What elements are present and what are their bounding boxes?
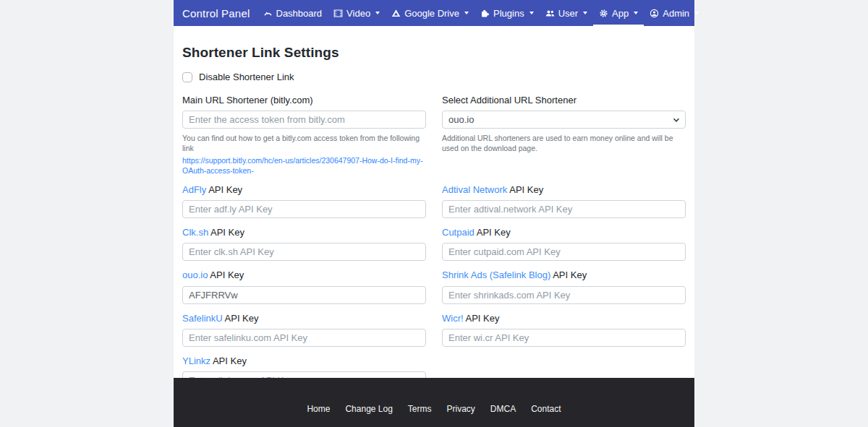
bitly-help-link[interactable]: https://support.bitly.com/hc/en-us/artic… <box>182 155 426 176</box>
ouo-label: ouo.io API Key <box>182 269 426 281</box>
wicr-link[interactable]: Wicr! <box>442 313 464 324</box>
adtival-label: Adtival Network API Key <box>442 184 686 196</box>
footer-link-terms[interactable]: Terms <box>408 404 432 414</box>
ouo-link[interactable]: ouo.io <box>182 269 208 280</box>
clksh-api-key-input[interactable] <box>182 243 426 261</box>
chevron-down-icon <box>375 12 380 14</box>
disable-shortener-row: Disable Shortener Link <box>182 72 686 82</box>
nav-right: Admin <box>644 0 705 26</box>
label-suffix: API Key <box>210 227 244 238</box>
puzzle-icon <box>480 9 490 18</box>
label-suffix: API Key <box>553 269 587 280</box>
field-shrinkads: Shrink Ads (Safelink Blog) API Key <box>442 269 686 303</box>
nav-item-video[interactable]: Video <box>328 0 386 26</box>
shrinkads-label: Shrink Ads (Safelink Blog) API Key <box>442 269 686 281</box>
field-adfly: AdFly API Key <box>182 184 426 218</box>
clksh-label: Clk.sh API Key <box>182 227 426 238</box>
app-window: Control Panel Dashboard Video <box>174 0 694 427</box>
bitly-help-text: You can find out how to get a bitly.com … <box>182 133 426 153</box>
person-circle-icon <box>650 9 659 18</box>
field-wicr: Wicr! API Key <box>442 313 686 347</box>
footer-link-dmca[interactable]: DMCA <box>490 404 516 414</box>
chevron-down-icon <box>634 12 638 14</box>
users-icon <box>545 9 555 18</box>
footer-link-changelog[interactable]: Change Log <box>345 404 392 414</box>
nav-label: User <box>558 8 578 19</box>
cutpaid-link[interactable]: Cutpaid <box>442 227 475 238</box>
label-suffix: API Key <box>225 313 259 324</box>
nav-label: App <box>612 8 629 19</box>
field-safelinku: SafelinkU API Key <box>182 313 426 347</box>
disable-shortener-checkbox[interactable] <box>182 72 192 82</box>
label-suffix: API Key <box>213 355 247 366</box>
label-suffix: API Key <box>210 269 244 280</box>
nav-label: Dashboard <box>276 8 323 19</box>
ylinkz-label: YLinkz API Key <box>182 355 426 367</box>
adtival-api-key-input[interactable] <box>442 200 686 218</box>
footer-link-contact[interactable]: Contact <box>531 404 561 414</box>
footer-link-privacy[interactable]: Privacy <box>447 404 475 414</box>
safelinku-api-key-input[interactable] <box>182 329 426 347</box>
cutpaid-api-key-input[interactable] <box>442 243 686 261</box>
ouo-api-key-input[interactable] <box>182 286 426 304</box>
wicr-label: Wicr! API Key <box>442 313 686 324</box>
adfly-link[interactable]: AdFly <box>182 184 206 195</box>
adfly-label: AdFly API Key <box>182 184 426 196</box>
ylinkz-api-key-input[interactable] <box>182 371 426 378</box>
nav-item-admin[interactable]: Admin <box>644 0 705 26</box>
nav-item-app[interactable]: App <box>593 0 644 26</box>
google-drive-icon <box>391 9 401 18</box>
additional-shortener-select-wrap: ouo.io <box>442 111 686 129</box>
additional-shortener-help-text: Additional URL shorteners are used to ea… <box>442 133 686 153</box>
field-adtival: Adtival Network API Key <box>442 184 686 218</box>
footer-link-home[interactable]: Home <box>307 404 330 414</box>
safelinku-label: SafelinkU API Key <box>182 313 426 324</box>
additional-shortener-select[interactable]: ouo.io <box>442 111 686 129</box>
main-nav: Dashboard Video Google Drive <box>258 0 644 26</box>
adtival-link[interactable]: Adtival Network <box>442 184 507 195</box>
shrinkads-api-key-input[interactable] <box>442 286 686 304</box>
nav-label: Plugins <box>493 8 524 19</box>
nav-item-dashboard[interactable]: Dashboard <box>258 0 328 26</box>
top-navbar: Control Panel Dashboard Video <box>174 0 694 26</box>
chevron-down-icon <box>464 12 469 14</box>
page-title: Shortener Link Settings <box>182 45 686 61</box>
safelinku-link[interactable]: SafelinkU <box>182 313 223 324</box>
ylinkz-link[interactable]: YLinkz <box>182 355 210 366</box>
label-suffix: API Key <box>477 227 511 238</box>
main-content: Shortener Link Settings Disable Shortene… <box>174 26 694 378</box>
chevron-down-icon <box>583 12 587 14</box>
nav-item-google-drive[interactable]: Google Drive <box>386 0 475 26</box>
field-cutpaid: Cutpaid API Key <box>442 227 686 261</box>
disable-shortener-label: Disable Shortener Link <box>199 72 294 82</box>
brand-control-panel[interactable]: Control Panel <box>182 7 250 20</box>
field-clksh: Clk.sh API Key <box>182 227 426 261</box>
bitly-token-input[interactable] <box>182 111 426 129</box>
field-main-shortener: Main URL Shortener (bitly.com) You can f… <box>182 95 426 176</box>
label-suffix: API Key <box>466 313 500 324</box>
field-ouo: ouo.io API Key <box>182 269 426 303</box>
main-shortener-label: Main URL Shortener (bitly.com) <box>182 95 426 106</box>
shrinkads-link[interactable]: Shrink Ads (Safelink Blog) <box>442 269 550 280</box>
cutpaid-label: Cutpaid API Key <box>442 227 686 238</box>
chevron-down-icon <box>694 12 699 14</box>
nav-label: Video <box>346 8 370 19</box>
clksh-link[interactable]: Clk.sh <box>182 227 208 238</box>
tachometer-icon <box>263 9 273 18</box>
chevron-down-icon <box>529 12 534 14</box>
nav-label: Google Drive <box>404 8 459 19</box>
nav-item-plugins[interactable]: Plugins <box>475 0 540 26</box>
label-suffix: API Key <box>208 184 242 195</box>
field-additional-shortener: Select Additional URL Shortener ouo.io A… <box>442 95 686 154</box>
film-icon <box>333 9 343 18</box>
label-suffix: API Key <box>509 184 543 195</box>
wicr-api-key-input[interactable] <box>442 329 686 347</box>
nav-label: Admin <box>663 8 689 19</box>
nav-item-user[interactable]: User <box>540 0 593 26</box>
settings-form-grid: Main URL Shortener (bitly.com) You can f… <box>182 95 686 378</box>
page-footer: Home Change Log Terms Privacy DMCA Conta… <box>174 378 694 427</box>
field-ylinkz: YLinkz API Key <box>182 355 426 378</box>
additional-shortener-label: Select Additional URL Shortener <box>442 95 686 106</box>
adfly-api-key-input[interactable] <box>182 200 426 218</box>
gear-icon <box>599 9 608 18</box>
